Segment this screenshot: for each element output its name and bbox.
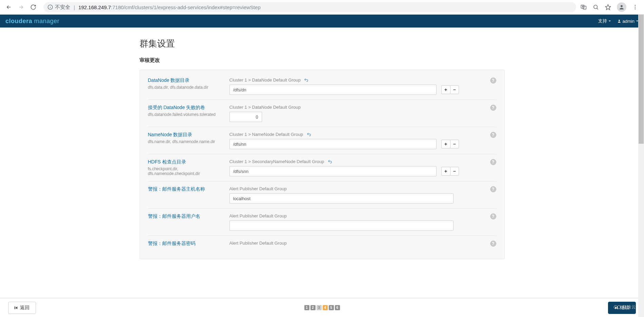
url-host: 192.168.249.7 (78, 4, 111, 10)
back-button[interactable] (3, 1, 15, 13)
url-bar[interactable]: 不安全 | 192.168.249.7:7180/cmf/clusters/1/… (43, 2, 576, 12)
translate-icon[interactable] (580, 4, 587, 11)
user-menu[interactable]: admin (617, 19, 639, 24)
menu-icon[interactable] (632, 4, 639, 11)
support-menu[interactable]: 支持 (598, 18, 611, 24)
profile-avatar[interactable] (617, 2, 626, 12)
svg-point-5 (594, 5, 597, 9)
app-header: cloudera manager 支持 admin (0, 15, 644, 28)
svg-point-11 (635, 8, 636, 10)
star-icon[interactable] (605, 4, 611, 11)
zoom-icon[interactable] (592, 4, 599, 11)
svg-point-10 (635, 7, 636, 8)
svg-point-9 (635, 5, 636, 6)
svg-rect-4 (583, 6, 586, 9)
svg-line-6 (597, 8, 598, 10)
chevron-down-icon (608, 20, 611, 22)
svg-point-8 (621, 5, 623, 7)
logo[interactable]: cloudera manager (5, 18, 59, 25)
forward-button[interactable] (15, 1, 27, 13)
browser-toolbar: 不安全 | 192.168.249.7:7180/cmf/clusters/1/… (0, 0, 644, 15)
insecure-label: 不安全 (55, 4, 70, 11)
info-icon (48, 4, 53, 10)
user-icon (617, 19, 621, 23)
svg-point-12 (619, 20, 620, 21)
svg-marker-7 (606, 5, 611, 10)
url-path: :7180/cmf/clusters/1/express-add-service… (111, 4, 261, 10)
scrollbar-thumb[interactable] (639, 15, 644, 28)
reload-button[interactable] (27, 1, 39, 13)
